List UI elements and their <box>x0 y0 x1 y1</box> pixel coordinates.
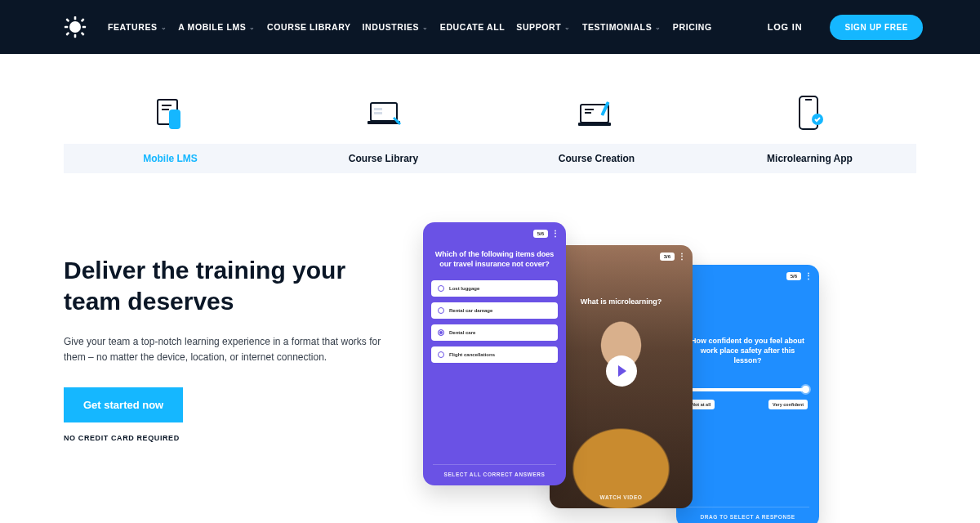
nav-course-library[interactable]: COURSE LIBRARY <box>267 22 351 32</box>
chevron-down-icon: ⌄ <box>249 24 256 31</box>
nav-label: COURSE LIBRARY <box>267 22 351 32</box>
nav-support[interactable]: SUPPORT⌄ <box>516 22 571 32</box>
svg-rect-6 <box>81 18 85 22</box>
quiz-option[interactable]: Lost luggage <box>431 280 558 297</box>
svg-rect-12 <box>169 110 180 129</box>
top-nav: FEATURES⌄ A MOBILE LMS⌄ COURSE LIBRARY I… <box>0 0 980 54</box>
login-link[interactable]: LOG IN <box>768 22 803 32</box>
chevron-down-icon: ⌄ <box>564 24 571 31</box>
slider-max-label: Very confident <box>768 400 808 409</box>
nav-label: FEATURES <box>108 22 158 32</box>
tab-course-creation[interactable]: Course Creation <box>490 153 703 164</box>
video-title: What is microlearning? <box>550 288 693 315</box>
nav-features[interactable]: FEATURES⌄ <box>108 22 167 32</box>
progress-badge: 5/6 <box>786 272 801 280</box>
nav-label: A MOBILE LMS <box>178 22 246 32</box>
quiz-hint: SELECT ALL CORRECT ANSWERS <box>433 464 556 485</box>
nav-label: PRICING <box>673 22 712 32</box>
brand-logo[interactable] <box>64 16 87 38</box>
hero-subtitle: Give your team a top-notch learning expe… <box>64 334 390 364</box>
svg-point-0 <box>69 21 81 33</box>
svg-rect-15 <box>374 108 382 110</box>
progress-badge: 3/6 <box>660 253 675 261</box>
option-label: Dental care <box>449 330 475 335</box>
option-label: Lost luggage <box>449 286 479 291</box>
video-hint: WATCH VIDEO <box>550 489 693 508</box>
mock-phone-quiz: 5/6 ⋮ Which of the following items does … <box>423 222 566 485</box>
tab-mobile-lms[interactable]: Mobile LMS <box>64 153 277 164</box>
quiz-option[interactable]: Rental car damage <box>431 302 558 319</box>
nav-educate-all[interactable]: EDUCATE ALL <box>440 22 506 32</box>
progress-badge: 5/6 <box>533 230 548 238</box>
slider-thumb[interactable] <box>802 386 809 393</box>
more-icon: ⋮ <box>551 229 559 238</box>
svg-rect-2 <box>74 34 77 38</box>
chevron-down-icon: ⌄ <box>655 24 662 31</box>
laptop-icon <box>363 98 405 134</box>
get-started-button[interactable]: Get started now <box>64 387 183 422</box>
nav-label: EDUCATE ALL <box>440 22 506 32</box>
svg-rect-4 <box>82 26 86 29</box>
nav-industries[interactable]: INDUSTRIES⌄ <box>363 22 429 32</box>
feature-tabs: Mobile LMS Course Library Course Creatio… <box>0 54 980 173</box>
svg-rect-16 <box>374 112 382 114</box>
tab-microlearning-app[interactable]: Microlearning App <box>703 153 916 164</box>
tab-bar: Mobile LMS Course Library Course Creatio… <box>64 144 916 173</box>
nav-mobile-lms[interactable]: A MOBILE LMS⌄ <box>178 22 256 32</box>
nav-label: SUPPORT <box>516 22 561 32</box>
svg-rect-5 <box>65 18 69 22</box>
slider-question: How confident do you feel about work pla… <box>676 328 819 373</box>
svg-rect-14 <box>368 121 400 124</box>
svg-rect-8 <box>81 32 85 36</box>
phone-mockups: 5/6 ⋮ Which of the following items does … <box>423 222 916 523</box>
chevron-down-icon: ⌄ <box>161 24 167 31</box>
svg-rect-1 <box>74 16 77 20</box>
primary-nav: FEATURES⌄ A MOBILE LMS⌄ COURSE LIBRARY I… <box>108 22 712 32</box>
mock-phone-slider: 5/6 ⋮ How confident do you feel about wo… <box>676 265 819 523</box>
laptop-pencil-icon <box>576 98 618 134</box>
nav-pricing[interactable]: PRICING <box>673 22 712 32</box>
mock-phone-video: 3/6 ⋮ What is microlearning? WATCH VIDEO <box>550 245 693 508</box>
quiz-option[interactable]: Dental care <box>431 324 558 341</box>
hero-title: Deliver the training your team deserves <box>64 255 407 316</box>
hero-note: NO CREDIT CARD REQUIRED <box>64 434 407 442</box>
tab-course-library[interactable]: Course Library <box>277 153 490 164</box>
hero-section: Deliver the training your team deserves … <box>0 173 980 523</box>
quiz-option[interactable]: Flight cancellations <box>431 346 558 363</box>
svg-rect-3 <box>65 26 68 29</box>
nav-label: INDUSTRIES <box>363 22 420 32</box>
confidence-slider[interactable] <box>688 388 808 391</box>
play-icon <box>618 365 626 377</box>
chevron-down-icon: ⌄ <box>422 24 429 31</box>
play-button[interactable] <box>606 355 637 387</box>
quiz-question: Which of the following items does our tr… <box>423 241 566 277</box>
nav-testimonials[interactable]: TESTIMONIALS⌄ <box>582 22 662 32</box>
nav-label: TESTIMONIALS <box>582 22 652 32</box>
option-label: Rental car damage <box>449 308 492 313</box>
document-phone-icon <box>151 95 190 134</box>
gear-icon <box>64 16 87 38</box>
more-icon: ⋮ <box>804 271 813 280</box>
signup-button[interactable]: SIGN UP FREE <box>830 15 923 40</box>
more-icon: ⋮ <box>678 252 686 261</box>
slider-hint: DRAG TO SELECT A RESPONSE <box>686 507 809 523</box>
svg-rect-19 <box>578 123 611 126</box>
option-label: Flight cancellations <box>449 352 495 357</box>
svg-rect-7 <box>65 32 69 36</box>
phone-check-icon <box>793 93 827 134</box>
